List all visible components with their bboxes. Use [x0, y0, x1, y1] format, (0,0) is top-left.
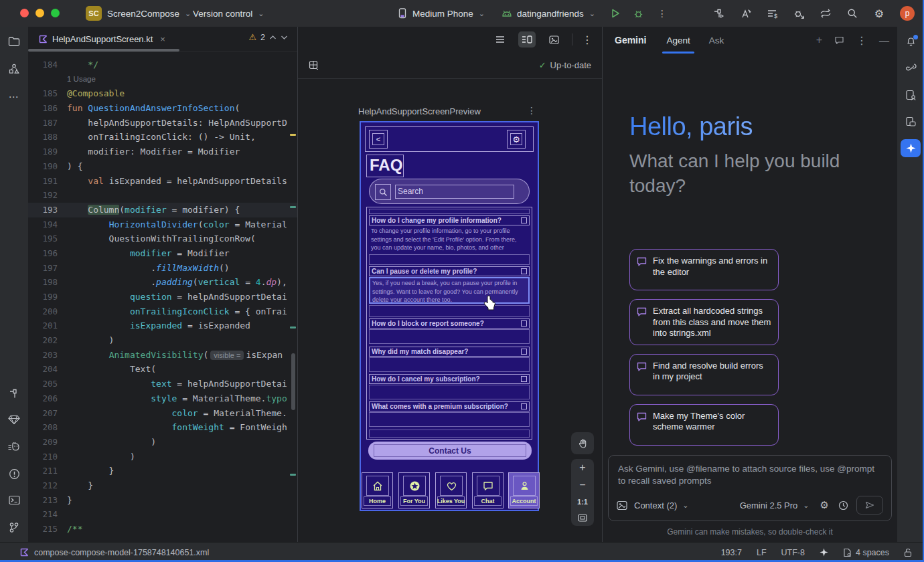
preview-faq-question[interactable]: Why did my match disappear? [369, 347, 530, 357]
expand-checkbox-icon[interactable] [521, 349, 527, 355]
more-run-actions-kebab[interactable]: ⋮ [658, 0, 667, 27]
editor-kebab-menu[interactable]: ⋮ [582, 33, 593, 46]
gemini-prompt-input[interactable]: Ask Gemini, use @filename to attach sour… [608, 455, 892, 521]
zoom-out-button[interactable]: − [579, 480, 585, 490]
expand-checkbox-icon[interactable] [521, 403, 527, 409]
code-line[interactable]: 198 .padding(vertical = 4.dp), [28, 275, 297, 290]
preview-search-bar[interactable]: Search [369, 179, 530, 204]
code-line[interactable]: 196 modifier = Modifier [28, 246, 297, 261]
indent-widget[interactable]: 4 spaces [843, 548, 889, 557]
preview-nav-chat[interactable]: Chat [472, 472, 504, 508]
split-view-button[interactable] [518, 31, 536, 48]
run-configuration-selector[interactable]: datingandfriends⌄ [501, 0, 595, 27]
sync-project-icon[interactable] [820, 7, 832, 19]
gemini-kebab-menu[interactable]: ⋮ [856, 34, 867, 47]
preview-faq-question[interactable]: How do I cancel my subscription? [369, 374, 530, 384]
new-chat-icon[interactable]: + [816, 34, 822, 46]
preview-back-button[interactable]: < [369, 130, 388, 149]
preview-settings-button[interactable]: ⚙ [507, 130, 526, 149]
gemini-suggestion-card[interactable]: Extract all hardcoded strings from this … [629, 299, 779, 345]
preview-nav-likes-you[interactable]: Likes You [435, 472, 467, 508]
code-line[interactable]: 208 fontWeight = FontWeigh [28, 420, 297, 435]
code-line[interactable]: 194 HorizontalDivider(color = Material [28, 217, 297, 232]
code-view-button[interactable] [491, 31, 509, 48]
minimize-window-button[interactable] [35, 9, 44, 17]
code-line[interactable]: 203 AnimatedVisibility(visible =isExpan [28, 348, 297, 363]
rename-suggestion-icon[interactable] [739, 7, 751, 19]
code-line[interactable]: 197 .fillMaxWidth() [28, 261, 297, 276]
attach-debugger-icon[interactable] [793, 7, 805, 19]
line-ending-widget[interactable]: LF [757, 548, 767, 557]
preview-contact-us-button[interactable]: Contact Us [368, 442, 532, 460]
prompt-history-icon[interactable] [838, 500, 848, 510]
attach-image-icon[interactable] [617, 500, 627, 510]
preview-faq-question[interactable]: How do I change my profile information? [369, 215, 530, 225]
device-explorer-icon[interactable] [897, 90, 924, 101]
code-line[interactable]: 211 } [28, 464, 297, 478]
encoding-widget[interactable]: UTF-8 [781, 548, 805, 557]
code-line[interactable]: 187 helpAndSupportDetails: HelpAndSuppor… [28, 116, 297, 130]
preview-nav-account[interactable]: Account [508, 472, 540, 508]
preview-layout-icon[interactable] [309, 60, 319, 70]
editor-scrollbar[interactable] [291, 353, 295, 410]
context-dropdown[interactable]: Context (2)⌄ [634, 500, 689, 510]
code-line[interactable]: 189 modifier: Modifier = Modifier [28, 145, 297, 159]
debug-button[interactable] [633, 0, 643, 27]
code-line[interactable]: 191 val isExpanded = helpAndSupportDetai… [28, 174, 297, 189]
lock-icon[interactable] [904, 548, 912, 557]
code-line[interactable]: 209 ) [28, 435, 297, 450]
settings-gear-icon[interactable]: ⚙ [873, 7, 885, 19]
code-line[interactable]: 188 onTrailingIconClick: () -> Unit, [28, 130, 297, 145]
code-line[interactable]: 212 } [28, 478, 297, 493]
close-window-button[interactable] [20, 9, 29, 17]
app-quality-insights-icon[interactable] [0, 415, 28, 425]
preview-faq-question[interactable]: Can I pause or delete my profile? [369, 266, 530, 276]
device-manager-icon[interactable] [897, 116, 924, 127]
profiler-tool-icon[interactable] [0, 442, 28, 452]
zoom-ratio-button[interactable]: 1:1 [577, 498, 588, 506]
code-line[interactable]: 186fun QuestionAndAnswerInfoSection( [28, 101, 297, 116]
code-line[interactable]: 215/** [28, 522, 297, 537]
code-line[interactable]: 193 Column(modifier = modifier) { [28, 203, 297, 217]
preview-faq-answer[interactable]: Yes, if you need a break, you can pause … [369, 277, 530, 304]
gemini-suggestion-card[interactable]: Fix the warnings and errors in the edito… [629, 249, 779, 290]
code-line[interactable]: 213} [28, 493, 297, 508]
expand-checkbox-icon[interactable] [521, 320, 527, 326]
notifications-bell-icon[interactable] [897, 36, 924, 47]
close-tab-icon[interactable]: × [160, 34, 165, 44]
build-hammer-icon[interactable] [712, 7, 724, 19]
code-line[interactable]: 204 Text( [28, 362, 297, 377]
vcs-widget[interactable]: Version control⌄ [193, 0, 264, 27]
design-view-button[interactable] [545, 31, 562, 48]
code-line[interactable]: 199 question = helpAndSupportDetai [28, 290, 297, 304]
pan-tool-button[interactable] [571, 432, 594, 454]
problems-tool-icon[interactable] [0, 468, 28, 480]
gemini-settings-icon[interactable]: ⚙ [820, 499, 829, 511]
code-line[interactable]: 195 QuestionWithTrailingIconRow( [28, 231, 297, 246]
terminal-tool-icon[interactable] [0, 495, 28, 505]
gradle-tool-icon[interactable] [897, 63, 924, 72]
code-line[interactable]: 201 isExpanded = isExpanded [28, 318, 297, 333]
gemini-suggestion-card[interactable]: Make my Theme's color scheme warmer [629, 404, 779, 446]
code-line[interactable]: 200 onTrailingIconClick = { onTrai [28, 304, 297, 319]
preview-nav-home[interactable]: Home [362, 472, 393, 508]
maximize-window-button[interactable] [51, 9, 60, 17]
caret-position-widget[interactable]: 193:7 [721, 548, 742, 557]
chat-history-icon[interactable] [834, 35, 844, 45]
search-everywhere-icon[interactable] [846, 7, 858, 19]
expand-checkbox-icon[interactable] [521, 217, 527, 223]
ai-spark-icon[interactable] [820, 548, 828, 557]
code-line[interactable]: 207 color = MaterialTheme. [28, 406, 297, 421]
code-line[interactable]: 210 ) [28, 450, 297, 464]
user-avatar[interactable]: p [900, 6, 915, 21]
project-selector[interactable]: Screen2Compose⌄ [107, 0, 191, 27]
run-button[interactable] [611, 0, 620, 27]
preview-faq-question[interactable]: What comes with a premium subscription? [369, 401, 530, 411]
prev-issue-icon[interactable] [269, 35, 277, 40]
preview-faq-list[interactable]: How do I change my profile information?T… [366, 207, 532, 440]
build-tool-icon[interactable] [0, 388, 28, 399]
next-issue-icon[interactable] [281, 35, 288, 40]
hide-panel-icon[interactable]: — [879, 35, 889, 46]
model-dropdown[interactable]: Gemini 2.5 Pro⌄ [740, 500, 810, 510]
phone-preview-frame[interactable]: < ⚙ FAQ Search How do I cha [360, 121, 539, 511]
